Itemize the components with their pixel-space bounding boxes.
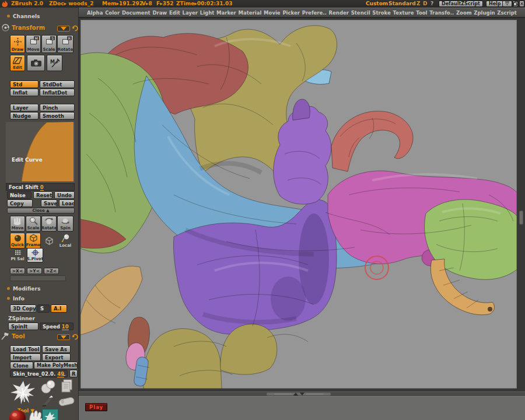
reset-button[interactable]: Reset: [33, 191, 52, 199]
menu-item-material[interactable]: Material: [239, 10, 262, 16]
collapse-button[interactable]: _: [63, 370, 65, 376]
knife-tool-thumbnail[interactable]: [41, 394, 57, 408]
marker-plus-button[interactable]: M+: [47, 55, 62, 71]
brush-pinch-button[interactable]: Pinch: [40, 104, 75, 111]
menu-item-light[interactable]: Light: [200, 10, 215, 16]
channels-header[interactable]: Channels: [7, 13, 40, 19]
spheres-tool-thumbnail[interactable]: [41, 379, 57, 394]
brush-inflatdot-button[interactable]: InflatDot: [40, 89, 75, 96]
default-zscript-button[interactable]: DefaultZScript: [439, 1, 483, 7]
axis-z-button[interactable]: >Z<: [44, 268, 59, 274]
document-canvas[interactable]: [80, 20, 517, 388]
speed-slider[interactable]: Speed 10: [40, 323, 74, 330]
save-as-button[interactable]: Save As: [42, 345, 71, 353]
draw-mode-button[interactable]: Draw: [10, 35, 25, 53]
axis-x-button[interactable]: >X<: [10, 268, 25, 274]
undo-button[interactable]: Undo: [54, 191, 75, 199]
material-sphere-thumbnail[interactable]: [9, 410, 27, 420]
frame-button[interactable]: Frame: [26, 233, 41, 249]
restore-window-button[interactable]: [513, 1, 518, 7]
make-polymesh3d-button[interactable]: Make PolyMesh3D: [34, 362, 78, 369]
d-button[interactable]: D: [423, 1, 427, 6]
menu-item-marker[interactable]: Marker: [216, 10, 236, 16]
minimize-window-button[interactable]: [502, 1, 512, 7]
tray-up-arrow-icon[interactable]: [293, 393, 298, 396]
nav-spin-button[interactable]: Spin: [57, 216, 74, 232]
scale-mode-button[interactable]: S Scale: [41, 35, 57, 53]
copy-curve-button[interactable]: Copy: [7, 200, 33, 207]
tool-header[interactable]: Tool: [12, 333, 25, 340]
standard-ui-button[interactable]: Standard: [388, 1, 416, 6]
noise-button[interactable]: Noise: [7, 191, 32, 199]
menu-item-stencil[interactable]: Stencil: [351, 10, 370, 16]
point-select-button[interactable]: Pt Sel: [10, 249, 25, 262]
layers-tool-thumbnail[interactable]: [60, 379, 74, 394]
custom-ui-button[interactable]: Custom: [366, 1, 388, 6]
help-button[interactable]: Help: [486, 1, 504, 7]
restore-config-button[interactable]: R: [69, 370, 78, 377]
brush-layer-button[interactable]: Layer: [10, 104, 38, 111]
rotate-mode-button[interactable]: R Rotate: [57, 35, 74, 53]
transform-cycle-icon[interactable]: [72, 25, 78, 32]
load-tool-button[interactable]: Load Tool: [10, 345, 41, 353]
load-curve-button[interactable]: Load: [59, 200, 75, 207]
play-button[interactable]: Play: [85, 403, 107, 411]
modifiers-header[interactable]: Modifiers: [7, 286, 40, 292]
ai-button[interactable]: A.I: [51, 304, 67, 313]
edit-curve-panel[interactable]: Edit Curve: [6, 122, 75, 183]
transform-menu-funnel-icon[interactable]: [57, 26, 70, 32]
menu-item-layer[interactable]: Layer: [183, 10, 198, 16]
copy-3d-button[interactable]: 3D Copy: [10, 304, 36, 313]
export-button[interactable]: Export: [42, 354, 71, 361]
close-window-button[interactable]: ×: [519, 1, 524, 7]
local-pivot-button[interactable]: Local: [57, 233, 74, 249]
menu-item-texture[interactable]: Texture: [393, 10, 414, 16]
brush-inflat-button[interactable]: Inflat: [10, 89, 38, 96]
tool-cycle-icon[interactable]: [72, 334, 78, 340]
menu-item-movie[interactable]: Movie: [264, 10, 281, 16]
menu-item-preferences[interactable]: Prefere..: [302, 10, 327, 16]
z-button[interactable]: Z: [416, 1, 421, 6]
tray-resize-handle[interactable]: [267, 393, 331, 396]
tool-name-slider[interactable]: Skin_tree_02.0. 49: [10, 370, 68, 377]
tool-menu-funnel-icon[interactable]: [57, 334, 70, 340]
save-curve-button[interactable]: Save: [41, 200, 57, 207]
brush-smooth-button[interactable]: Smooth: [40, 112, 75, 120]
spinit-button[interactable]: SpinIt: [8, 323, 38, 330]
right-tray-handle[interactable]: [519, 211, 523, 225]
menu-item-alpha[interactable]: Alpha: [87, 10, 103, 16]
help-question-button[interactable]: ?: [430, 1, 433, 6]
s-field[interactable]: S: [37, 304, 50, 313]
menu-item-tool[interactable]: Tool: [416, 10, 427, 16]
nav-scale-button[interactable]: Scale: [26, 216, 41, 232]
menu-item-zplugin[interactable]: Zplugin: [474, 10, 495, 16]
set-pivot-button[interactable]: S.Pivot: [27, 248, 43, 262]
current-tool-thumbnail[interactable]: [9, 379, 37, 407]
menu-item-render[interactable]: Render: [329, 10, 349, 16]
quick-3d-button[interactable]: Quick: [10, 233, 25, 249]
focal-shift-slider[interactable]: Focal Shift 0: [6, 183, 75, 191]
edit-mode-button[interactable]: Edit: [10, 55, 25, 71]
axis-y-button[interactable]: >Y<: [27, 268, 42, 274]
transform-header[interactable]: Transform: [12, 24, 45, 31]
info-header[interactable]: Info: [7, 296, 24, 302]
clone-button[interactable]: Clone: [10, 362, 33, 369]
menu-item-draw[interactable]: Draw: [152, 10, 167, 16]
tray-down-arrow-icon[interactable]: [300, 393, 304, 396]
capsule-tool-thumbnail[interactable]: [58, 394, 75, 408]
menu-item-color[interactable]: Color: [105, 10, 120, 16]
menu-item-edit[interactable]: Edit: [169, 10, 180, 16]
brush-std-button[interactable]: Std: [10, 80, 38, 88]
menu-item-picker[interactable]: Picker: [282, 10, 300, 16]
menu-item-transform[interactable]: Transfo..: [429, 10, 454, 16]
brush-nudge-button[interactable]: Nudge: [10, 112, 38, 120]
nav-rotate-button[interactable]: Rotate: [41, 216, 57, 232]
floor-cube-button[interactable]: [41, 233, 57, 249]
menu-item-stroke[interactable]: Stroke: [372, 10, 390, 16]
import-button[interactable]: Import: [10, 354, 41, 361]
active-tool-tile[interactable]: [42, 409, 58, 420]
menu-item-document[interactable]: Document: [122, 10, 150, 16]
menu-item-zscript[interactable]: Zscript: [497, 10, 517, 16]
menu-item-zoom[interactable]: Zoom: [456, 10, 472, 16]
brush-stddot-button[interactable]: StdDot: [40, 80, 75, 88]
